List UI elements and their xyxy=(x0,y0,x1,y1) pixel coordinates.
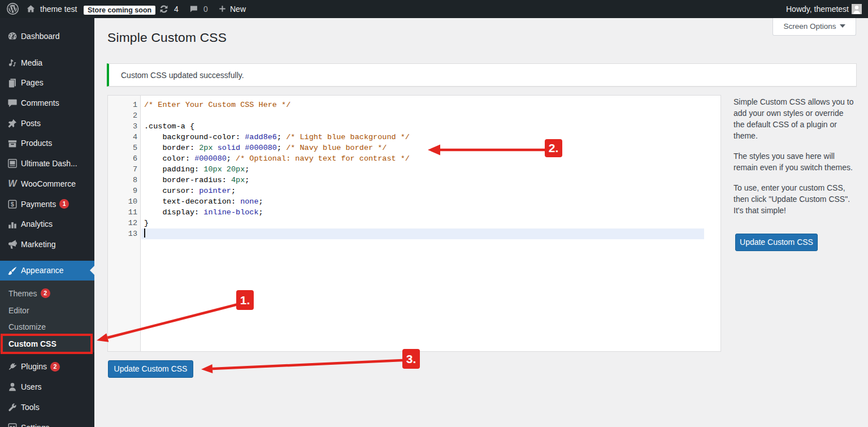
svg-text:W: W xyxy=(8,179,18,188)
svg-text:$: $ xyxy=(11,201,14,208)
